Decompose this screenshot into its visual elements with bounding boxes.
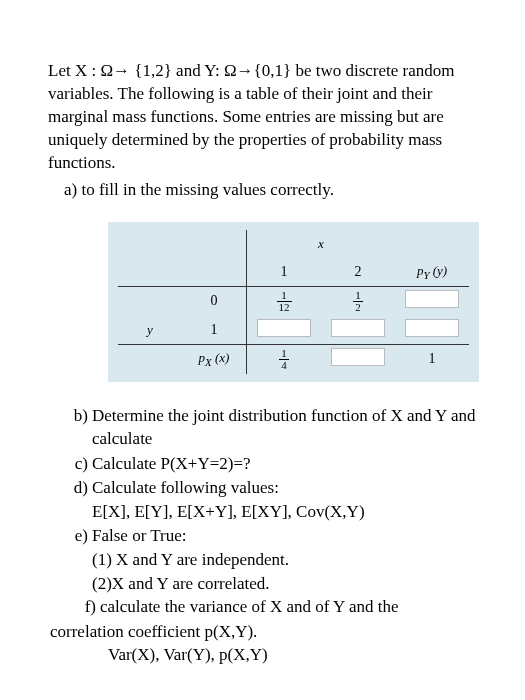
cell-px-2[interactable] <box>321 344 395 374</box>
row-1-label: 1 <box>182 316 247 345</box>
part-f-cont: correlation coefficient p(X,Y). <box>48 620 477 643</box>
table-wrapper: x 1 2 pY (y) 0 112 12 <box>48 222 477 382</box>
part-e-1: (1) X and Y are independent. <box>48 548 477 571</box>
cell-1-2[interactable] <box>321 316 395 345</box>
cell-0-py[interactable] <box>395 286 469 316</box>
cell-total: 1 <box>395 344 469 374</box>
part-f-detail: Var(X), Var(Y), p(X,Y) <box>48 643 477 666</box>
cell-0-1: 112 <box>247 286 322 316</box>
cell-0-2: 12 <box>321 286 395 316</box>
y-axis-label: y <box>118 316 182 345</box>
x-axis-label: x <box>247 230 396 258</box>
part-a-text: a) to fill in the missing values correct… <box>48 179 477 202</box>
px-label: pX (x) <box>182 344 247 374</box>
part-d: d) Calculate following values: <box>48 476 477 499</box>
col-header-2: 2 <box>321 258 395 287</box>
cell-px-1: 14 <box>247 344 322 374</box>
cell-1-1[interactable] <box>247 316 322 345</box>
page-container: Let X : Ω→ {1,2} and Y: Ω→{0,1} be two d… <box>0 0 525 667</box>
part-e: e) False or True: <box>48 524 477 547</box>
py-label: pY (y) <box>395 258 469 287</box>
row-0-label: 0 <box>182 286 247 316</box>
part-b: b) Determine the joint distribution func… <box>48 404 477 451</box>
part-c: c) Calculate P(X+Y=2)=? <box>48 452 477 475</box>
col-header-1: 1 <box>247 258 322 287</box>
part-d-detail: E[X], E[Y], E[X+Y], E[XY], Cov(X,Y) <box>48 500 477 523</box>
part-f: f) calculate the variance of X and of Y … <box>48 595 477 618</box>
questions-block: b) Determine the joint distribution func… <box>48 404 477 667</box>
intro-paragraph: Let X : Ω→ {1,2} and Y: Ω→{0,1} be two d… <box>48 60 477 175</box>
joint-pmf-table: x 1 2 pY (y) 0 112 12 <box>108 222 479 382</box>
cell-1-py[interactable] <box>395 316 469 345</box>
part-e-2: (2)X and Y are correlated. <box>48 572 477 595</box>
